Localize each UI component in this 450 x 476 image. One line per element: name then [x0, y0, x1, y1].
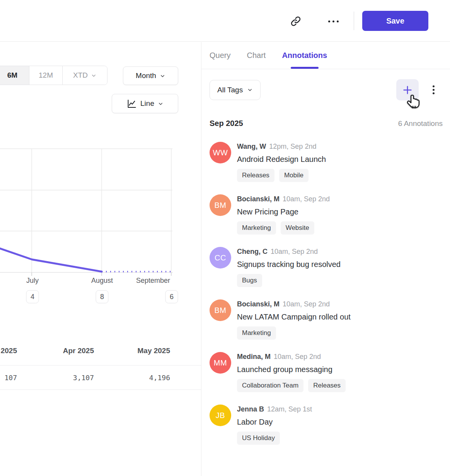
annotation-tag[interactable]: Marketing — [237, 326, 276, 340]
date-range-segmented-control: 6M 12M XTD — [0, 66, 107, 85]
add-annotation-button[interactable] — [396, 79, 419, 100]
annotation-author: Bocianski, M — [237, 195, 280, 203]
annotation-author: Medina, M — [237, 353, 271, 360]
more-actions-button[interactable] — [325, 16, 341, 26]
annotation-time: 12am, Sep 1st — [267, 405, 312, 413]
table-cell-value: 4,196 — [126, 374, 170, 382]
avatar: WW — [210, 142, 231, 163]
chart-type-dropdown[interactable]: Line — [112, 94, 178, 113]
annotation-meta: Cheng, C10am, Sep 2nd — [237, 247, 341, 256]
annotations-menu-button[interactable] — [430, 85, 436, 94]
annotation-tags: MarketingWebsite — [237, 221, 330, 235]
annotation-title: New Pricing Page — [237, 206, 330, 218]
annotation-tag[interactable]: Bugs — [237, 274, 262, 287]
annotation-time: 10am, Sep 2nd — [274, 353, 321, 360]
top-bar: Save — [0, 0, 450, 42]
avatar-initials: MM — [214, 359, 227, 367]
main-area: 6M 12M XTD Month Line — [0, 42, 450, 476]
tab-chart[interactable]: Chart — [247, 42, 266, 69]
range-xtd-label: XTD — [73, 71, 88, 80]
annotation-tag[interactable]: Releases — [308, 379, 346, 392]
annotation-item[interactable]: MM Medina, M10am, Sep 2nd Launched group… — [210, 352, 443, 392]
annotations-count: 6 Annotations — [398, 119, 443, 128]
panel-tabs: Query Chart Annotations — [201, 42, 450, 69]
line-chart-icon — [126, 99, 137, 109]
annotation-count-badge[interactable]: 6 — [165, 290, 178, 303]
annotation-content: Cheng, C10am, Sep 2nd Signups tracking b… — [237, 247, 341, 287]
chevron-down-icon — [247, 87, 253, 93]
annotation-time: 10am, Sep 2nd — [283, 300, 330, 308]
annotation-title: Android Redesign Launch — [237, 153, 326, 165]
chevron-down-icon — [158, 101, 164, 107]
annotation-author: Wang, W — [237, 143, 266, 150]
range-6m-button[interactable]: 6M — [0, 66, 29, 85]
ellipsis-icon — [328, 20, 330, 22]
annotation-tags: Bugs — [237, 274, 341, 287]
chevron-down-icon — [160, 73, 165, 79]
annotation-item[interactable]: JB Jenna B12am, Sep 1st Labor Day US Hol… — [210, 405, 443, 445]
avatar-initials: WW — [213, 148, 228, 157]
tab-annotations[interactable]: Annotations — [282, 42, 327, 69]
annotations-section-header: Sep 2025 6 Annotations — [210, 119, 443, 128]
annotation-count-badge[interactable]: 8 — [96, 290, 109, 303]
chart-axis-ticks — [32, 272, 171, 276]
annotation-tag[interactable]: Website — [281, 221, 314, 235]
annotation-time: 10am, Sep 2nd — [283, 195, 330, 203]
table-column-header: Apr 2025 — [54, 347, 94, 355]
x-axis-tick-label: September — [136, 277, 170, 285]
avatar: BM — [210, 194, 231, 216]
annotation-meta: Bocianski, M10am, Sep 2nd — [237, 195, 330, 203]
annotation-tags: US Holiday — [237, 432, 312, 445]
annotation-tag[interactable]: Releases — [237, 169, 274, 182]
granularity-dropdown[interactable]: Month — [123, 66, 178, 85]
annotation-content: Jenna B12am, Sep 1st Labor Day US Holida… — [237, 405, 312, 445]
kebab-icon — [433, 85, 435, 87]
table-divider — [0, 389, 201, 390]
chart-type-label: Line — [140, 99, 154, 108]
annotation-tag[interactable]: Marketing — [237, 221, 276, 235]
annotation-item[interactable]: CC Cheng, C10am, Sep 2nd Signups trackin… — [210, 247, 443, 287]
range-12m-button[interactable]: 12M — [29, 66, 62, 85]
avatar-initials: CC — [215, 253, 226, 262]
header-divider — [354, 12, 354, 30]
annotation-meta: Medina, M10am, Sep 2nd — [237, 352, 346, 361]
annotation-item[interactable]: BM Bocianski, M10am, Sep 2nd New Pricing… — [210, 194, 443, 235]
annotation-content: Wang, W12pm, Sep 2nd Android Redesign La… — [237, 142, 326, 182]
annotation-content: Bocianski, M10am, Sep 2nd New LATAM Camp… — [237, 299, 351, 340]
annotations-body: All Tags Sep 2025 6 Annotation — [201, 69, 450, 476]
avatar: MM — [210, 352, 231, 374]
x-axis-tick-label: July — [26, 277, 39, 285]
annotation-tag[interactable]: US Holiday — [237, 432, 280, 445]
app-window: Save 6M 12M XTD Month Line — [0, 0, 450, 476]
tab-query[interactable]: Query — [210, 42, 230, 69]
annotation-author: Bocianski, M — [237, 300, 280, 308]
annotation-tags: Marketing — [237, 326, 351, 340]
annotation-time: 12pm, Sep 2nd — [269, 143, 316, 150]
avatar-initials: BM — [215, 201, 227, 210]
chart-line-layer — [0, 248, 172, 272]
annotation-count-badge[interactable]: 4 — [26, 290, 39, 303]
x-axis-tick-label: August — [91, 277, 113, 285]
avatar: JB — [210, 405, 231, 426]
avatar-initials: JB — [216, 411, 225, 420]
table-cell-value: 3,107 — [54, 374, 94, 382]
annotation-author: Cheng, C — [237, 248, 268, 255]
annotation-item[interactable]: BM Bocianski, M10am, Sep 2nd New LATAM C… — [210, 299, 443, 340]
all-tags-label: All Tags — [217, 86, 243, 94]
annotation-content: Medina, M10am, Sep 2nd Launched group me… — [237, 352, 346, 392]
annotation-tag[interactable]: Collaboration Team — [237, 379, 303, 392]
annotation-title: Labor Day — [237, 416, 312, 428]
annotation-time: 10am, Sep 2nd — [271, 248, 318, 255]
annotation-item[interactable]: WW Wang, W12pm, Sep 2nd Android Redesign… — [210, 142, 443, 182]
line-chart[interactable] — [0, 146, 173, 277]
section-month-label: Sep 2025 — [210, 119, 243, 128]
plus-icon — [402, 85, 413, 95]
avatar: BM — [210, 299, 231, 321]
table-cell-value: 107 — [0, 374, 17, 382]
copy-link-button[interactable] — [289, 15, 303, 28]
save-button[interactable]: Save — [362, 11, 428, 31]
annotation-tag[interactable]: Mobile — [279, 169, 309, 182]
range-xtd-button[interactable]: XTD — [62, 66, 107, 85]
annotations-toolbar: All Tags — [210, 79, 443, 100]
all-tags-dropdown[interactable]: All Tags — [210, 80, 261, 100]
